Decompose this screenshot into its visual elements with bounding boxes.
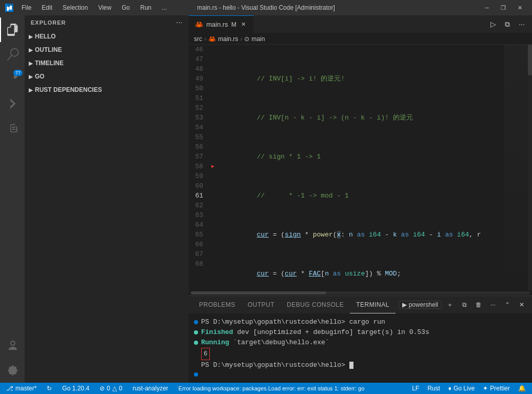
- terminal-line-3: Running `target\debug\hello.exe`: [194, 338, 527, 348]
- status-language[interactable]: Rust: [425, 385, 442, 392]
- panel-actions: ▶ powershell ＋ ⧉ 🗑 ··· ⌃ ✕: [399, 296, 528, 313]
- explorer-activity-icon[interactable]: [0, 17, 25, 42]
- line-num-47: 47: [189, 54, 207, 64]
- extensions-activity-icon[interactable]: [0, 116, 25, 141]
- panel-tab-terminal[interactable]: TERMINAL: [350, 296, 396, 313]
- minimap: [504, 45, 532, 290]
- menu-run[interactable]: Run: [136, 3, 155, 12]
- status-errors[interactable]: ⊘ 0 △ 0: [97, 385, 124, 392]
- sidebar-outline-header[interactable]: ▶ OUTLINE: [25, 44, 189, 55]
- menu-go[interactable]: Go: [117, 3, 134, 12]
- go-live-text: Go Live: [454, 385, 475, 392]
- breadcrumb-sep-2: ›: [240, 35, 242, 43]
- sidebar-go-header[interactable]: ▶ GO: [25, 71, 189, 82]
- terminal-content[interactable]: PS D:\mysetup\gopath\rustcode\hello> car…: [189, 314, 532, 383]
- line-num-50: 50: [189, 84, 207, 93]
- tab-more-button[interactable]: ···: [516, 18, 528, 30]
- line-num-67: 67: [189, 249, 207, 259]
- error-icon: ⊘: [100, 385, 105, 392]
- sidebar-timeline-header[interactable]: ▶ TIMELINE: [25, 57, 189, 69]
- panel: PROBLEMS OUTPUT DEBUG CONSOLE TERMINAL ▶…: [189, 296, 532, 383]
- breadcrumb-file[interactable]: main.rs: [218, 35, 238, 43]
- chevron-icon: ▶: [29, 47, 33, 53]
- sidebar-hello-label: HELLO: [35, 33, 56, 40]
- feedback-icon: 🔔: [518, 385, 526, 392]
- sidebar-timeline-section: ▶ TIMELINE: [25, 56, 189, 70]
- error-count: 0: [107, 385, 110, 392]
- line-num-59: 59: [189, 171, 207, 181]
- source-control-activity-icon[interactable]: 77: [0, 67, 25, 91]
- tab-close-button[interactable]: ✕: [240, 21, 247, 28]
- split-terminal-button[interactable]: ⧉: [458, 299, 470, 311]
- status-sync[interactable]: ↻: [45, 385, 54, 392]
- settings-activity-icon[interactable]: [0, 358, 25, 383]
- sidebar-rust-deps-label: RUST DEPENDENCIES: [35, 86, 102, 93]
- tab-actions: ▷ ⧉ ···: [483, 15, 532, 33]
- close-button[interactable]: ✕: [513, 3, 527, 13]
- panel-maximize-button[interactable]: ⌃: [501, 299, 514, 311]
- status-error-msg[interactable]: Error loading workspace: packages.Load e…: [176, 385, 404, 391]
- code-line-47: // INV[n - k - i] -> (n - k - i)! 的逆元: [225, 113, 504, 123]
- menu-file[interactable]: File: [17, 3, 35, 12]
- terminal-line-1: PS D:\mysetup\gopath\rustcode\hello> car…: [194, 317, 527, 327]
- status-rust-analyzer[interactable]: rust-analyzer: [130, 385, 170, 392]
- status-go-version[interactable]: Go 1.20.4: [60, 385, 91, 392]
- line-num-61: 61: [189, 191, 207, 201]
- account-activity-icon[interactable]: [0, 333, 25, 358]
- sidebar-go-label: GO: [35, 73, 45, 80]
- sidebar-hello-section: ▶ HELLO: [25, 30, 189, 43]
- maximize-button[interactable]: ❐: [496, 3, 510, 13]
- line-num-46: 46: [189, 45, 207, 54]
- terminal-text-3: Running `target\debug\hello.exe`: [201, 338, 329, 348]
- line-num-53: 53: [189, 113, 207, 123]
- menu-view[interactable]: View: [94, 3, 115, 12]
- tab-main-rs[interactable]: 🦀 main.rs M ✕: [189, 15, 254, 33]
- menu-bar: File Edit Selection View Go Run ...: [17, 3, 171, 12]
- status-lf[interactable]: LF: [410, 385, 421, 392]
- menu-more[interactable]: ...: [157, 3, 171, 12]
- line-num-52: 52: [189, 103, 207, 113]
- panel-tab-output[interactable]: OUTPUT: [242, 296, 281, 313]
- sidebar-rust-deps-header[interactable]: ▶ RUST DEPENDENCIES: [25, 84, 189, 95]
- status-prettier[interactable]: ✦ Prettier: [481, 385, 512, 392]
- code-line-48: // sign * 1 -> 1: [225, 152, 504, 162]
- powershell-button[interactable]: ▶ powershell: [399, 301, 442, 309]
- chevron-icon: ▶: [29, 34, 33, 40]
- terminal-dot-6: [194, 372, 198, 377]
- run-button[interactable]: ▷: [487, 18, 499, 30]
- split-editor-button[interactable]: ⧉: [501, 18, 514, 30]
- kill-terminal-button[interactable]: 🗑: [472, 299, 485, 311]
- panel-close-button[interactable]: ✕: [516, 299, 528, 311]
- code-scroll-area[interactable]: 46 47 48 49 50 51 52 53 54 55 56 57: [189, 45, 504, 290]
- status-error-text: Error loading workspace: packages.Load e…: [179, 385, 365, 391]
- search-activity-icon[interactable]: [0, 42, 25, 67]
- panel-more-button[interactable]: ···: [487, 299, 499, 311]
- menu-selection[interactable]: Selection: [58, 3, 92, 12]
- sidebar-outline-section: ▶ OUTLINE: [25, 43, 189, 56]
- tab-modified-indicator: M: [231, 21, 237, 28]
- run-debug-activity-icon[interactable]: [0, 91, 25, 116]
- status-branch[interactable]: ⎇ master*: [4, 385, 38, 392]
- status-go-live[interactable]: ♦ Go Live: [446, 385, 477, 392]
- sidebar-hello-header[interactable]: ▶ HELLO: [25, 31, 189, 42]
- status-feedback[interactable]: 🔔: [516, 385, 528, 392]
- breadcrumb-src[interactable]: src: [194, 35, 202, 43]
- prettier-text: Prettier: [490, 385, 510, 392]
- line-num-62: 62: [189, 201, 207, 210]
- tab-file-icon: 🦀: [195, 21, 203, 28]
- minimize-button[interactable]: ─: [480, 3, 494, 13]
- menu-edit[interactable]: Edit: [37, 3, 56, 12]
- panel-tab-problems[interactable]: PROBLEMS: [193, 296, 242, 313]
- terminal-line-5: PS D:\mysetup\gopath\rustcode\hello>: [194, 360, 527, 370]
- status-bar: ⎇ master* ↻ Go 1.20.4 ⊘ 0 △ 0 rust-analy…: [0, 383, 532, 394]
- code-editor[interactable]: 46 47 48 49 50 51 52 53 54 55 56 57: [189, 45, 504, 290]
- line-numbers: 46 47 48 49 50 51 52 53 54 55 56 57: [189, 45, 211, 290]
- add-terminal-button[interactable]: ＋: [444, 299, 456, 311]
- panel-tab-debug-console[interactable]: DEBUG CONSOLE: [281, 296, 350, 313]
- line-num-56: 56: [189, 142, 207, 152]
- powershell-label: powershell: [409, 301, 438, 308]
- sidebar-more-button[interactable]: ···: [176, 19, 183, 26]
- editor-area: 🦀 main.rs M ✕ ▷ ⧉ ··· src › 🦀 main.rs › …: [189, 15, 532, 383]
- code-content[interactable]: // INV[i] -> i! 的逆元! // INV[n - k - i] -…: [221, 45, 504, 290]
- breadcrumb-symbol[interactable]: main: [251, 35, 265, 43]
